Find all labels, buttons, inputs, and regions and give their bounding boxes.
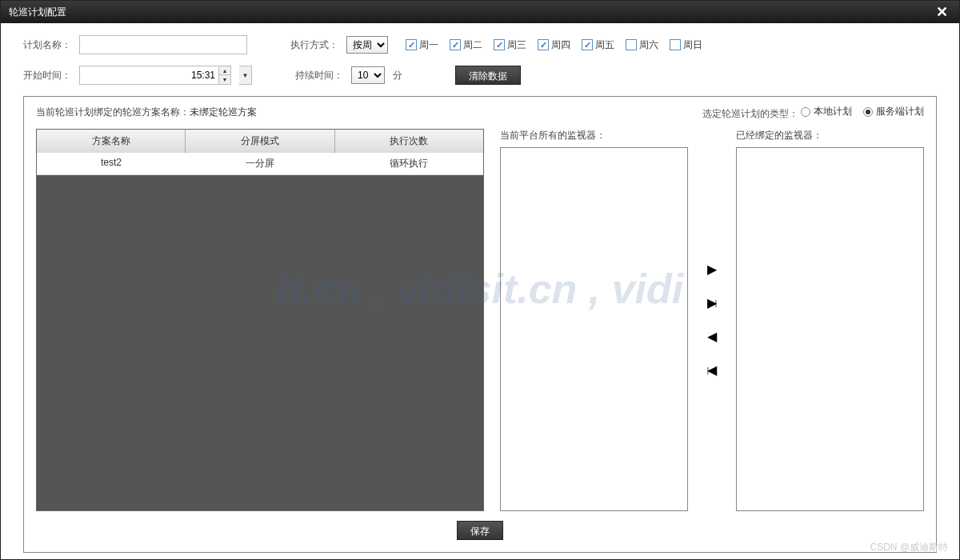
main-panel: 当前轮巡计划绑定的轮巡方案名称：未绑定轮巡方案 选定轮巡计划的类型： 本地计划服…: [23, 96, 937, 553]
weekday-label: 周五: [595, 38, 614, 52]
dialog-body: 计划名称： 执行方式： 按周 周一周二周三周四周五周六周日 开始时间： ▲ ▼: [1, 23, 959, 559]
top-form: 计划名称： 执行方式： 按周 周一周二周三周四周五周六周日 开始时间： ▲ ▼: [23, 35, 937, 85]
close-icon[interactable]: ✕: [932, 3, 951, 21]
weekday-label: 周一: [419, 38, 438, 52]
plan-type-group: 选定轮巡计划的类型： 本地计划服务端计划: [702, 105, 924, 121]
checkbox-icon[interactable]: [450, 39, 461, 50]
table-header-cell: 执行次数: [335, 130, 483, 153]
binding-prefix: 当前轮巡计划绑定的轮巡方案名称：: [36, 106, 190, 118]
weekday-6[interactable]: 周日: [670, 38, 702, 52]
move-all-right-icon[interactable]: ▶|: [704, 296, 720, 310]
plan-name-input[interactable]: [79, 35, 247, 54]
duration-label: 持续时间：: [295, 69, 343, 82]
start-time-input[interactable]: [80, 66, 218, 84]
weekday-3[interactable]: 周四: [538, 38, 570, 52]
exec-mode-select[interactable]: 按周: [346, 36, 388, 54]
weekday-group: 周一周二周三周四周五周六周日: [406, 38, 702, 52]
exec-mode-label: 执行方式：: [290, 38, 338, 52]
table-cell: 循环执行: [334, 153, 483, 174]
dialog-title: 轮巡计划配置: [9, 6, 66, 19]
duration-select[interactable]: 10: [351, 66, 385, 84]
checkbox-icon[interactable]: [626, 39, 637, 50]
table-row[interactable]: test2一分屏循环执行: [37, 153, 483, 175]
table-header-cell: 分屏模式: [186, 130, 334, 153]
weekday-label: 周二: [463, 38, 482, 52]
form-row-1: 计划名称： 执行方式： 按周 周一周二周三周四周五周六周日: [23, 35, 937, 54]
table-header-cell: 方案名称: [37, 130, 186, 153]
csdn-attribution: CSDN @威迪斯特: [870, 541, 948, 554]
spinner-down-icon[interactable]: ▼: [219, 75, 230, 84]
scheme-table: 方案名称分屏模式执行次数 test2一分屏循环执行: [36, 129, 484, 512]
binding-info: 当前轮巡计划绑定的轮巡方案名称：未绑定轮巡方案: [36, 106, 257, 119]
form-row-2: 开始时间： ▲ ▼ ▼ 持续时间： 10 分 清除数据: [23, 66, 937, 85]
time-dropdown-icon[interactable]: ▼: [239, 66, 252, 85]
plan-type-radio-0[interactable]: 本地计划: [801, 105, 852, 118]
start-time-label: 开始时间：: [23, 69, 71, 82]
split-area: 方案名称分屏模式执行次数 test2一分屏循环执行 当前平台所有的监视器： ▶ …: [36, 129, 924, 512]
dialog-window: 轮巡计划配置 ✕ 计划名称： 执行方式： 按周 周一周二周三周四周五周六周日 开…: [0, 0, 960, 560]
plan-type-radio-1[interactable]: 服务端计划: [863, 105, 924, 118]
weekday-label: 周三: [507, 38, 526, 52]
checkbox-icon[interactable]: [670, 39, 681, 50]
weekday-1[interactable]: 周二: [450, 38, 482, 52]
radio-label: 服务端计划: [876, 105, 924, 118]
weekday-5[interactable]: 周六: [626, 38, 658, 52]
duration-unit: 分: [393, 69, 402, 82]
table-cell: 一分屏: [186, 153, 334, 174]
table-header: 方案名称分屏模式执行次数: [37, 130, 483, 153]
save-button[interactable]: 保存: [457, 521, 503, 540]
plan-name-label: 计划名称：: [23, 38, 71, 52]
bound-monitors-list[interactable]: [736, 147, 924, 512]
weekday-2[interactable]: 周三: [494, 38, 526, 52]
save-row: 保存: [36, 511, 924, 540]
titlebar: 轮巡计划配置 ✕: [1, 1, 959, 23]
checkbox-icon[interactable]: [406, 39, 417, 50]
panel-top-row: 当前轮巡计划绑定的轮巡方案名称：未绑定轮巡方案 选定轮巡计划的类型： 本地计划服…: [36, 105, 924, 121]
radio-icon[interactable]: [801, 107, 810, 117]
scheme-table-area: 方案名称分屏模式执行次数 test2一分屏循环执行: [36, 129, 484, 512]
clear-data-button[interactable]: 清除数据: [455, 66, 521, 85]
weekday-label: 周六: [639, 38, 658, 52]
radio-icon[interactable]: [863, 107, 873, 117]
bound-monitors-label: 已经绑定的监视器：: [736, 129, 924, 142]
checkbox-icon[interactable]: [538, 39, 549, 50]
table-body: test2一分屏循环执行: [37, 153, 483, 511]
weekday-0[interactable]: 周一: [406, 38, 438, 52]
transfer-buttons: ▶ ▶| ◀ |◀: [696, 129, 728, 512]
monitor-area: 当前平台所有的监视器： ▶ ▶| ◀ |◀ 已经绑定的监视器：: [500, 129, 924, 512]
start-time-field[interactable]: ▲ ▼: [79, 66, 231, 85]
spinner-up-icon[interactable]: ▲: [219, 66, 230, 75]
bound-monitors-col: 已经绑定的监视器：: [736, 129, 924, 512]
plan-type-label: 选定轮巡计划的类型：: [702, 108, 798, 119]
checkbox-icon[interactable]: [494, 39, 505, 50]
binding-value: 未绑定轮巡方案: [190, 106, 257, 118]
weekday-label: 周日: [683, 38, 702, 52]
move-all-left-icon[interactable]: |◀: [704, 363, 720, 378]
checkbox-icon[interactable]: [582, 39, 593, 50]
move-right-icon[interactable]: ▶: [704, 262, 720, 277]
weekday-label: 周四: [551, 38, 570, 52]
all-monitors-label: 当前平台所有的监视器：: [500, 129, 688, 142]
weekday-4[interactable]: 周五: [582, 38, 614, 52]
move-left-icon[interactable]: ◀: [704, 330, 720, 344]
table-cell: test2: [37, 153, 186, 174]
all-monitors-list[interactable]: [500, 147, 688, 512]
time-spinner[interactable]: ▲ ▼: [218, 66, 230, 84]
radio-label: 本地计划: [814, 105, 852, 118]
all-monitors-col: 当前平台所有的监视器：: [500, 129, 688, 512]
